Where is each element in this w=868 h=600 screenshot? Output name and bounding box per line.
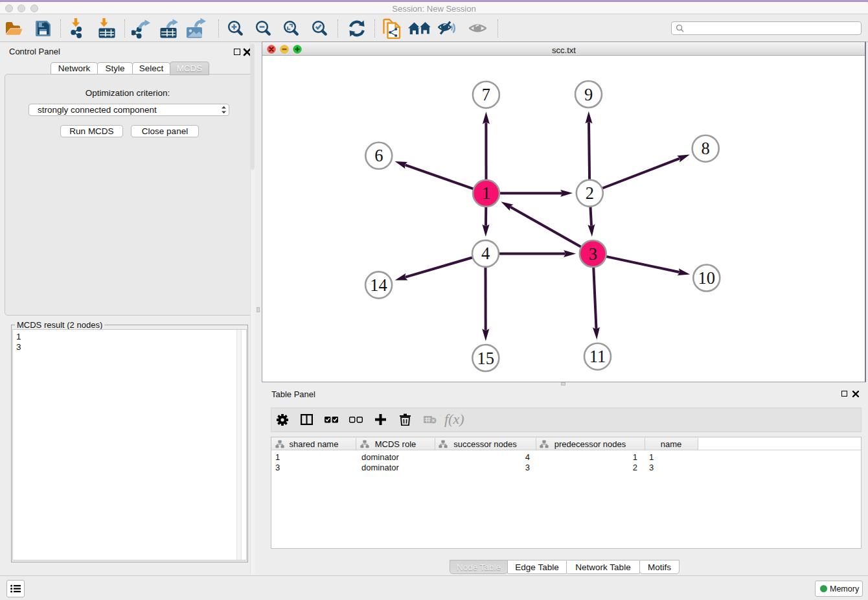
svg-text:14: 14 [370,275,387,294]
svg-text:8: 8 [702,139,710,158]
svg-text:4: 4 [481,244,490,263]
svg-text:9: 9 [584,84,593,104]
svg-text:11: 11 [589,347,606,366]
svg-text:2: 2 [586,183,594,203]
svg-text:10: 10 [698,268,716,288]
svg-text:7: 7 [482,85,490,104]
svg-text:1: 1 [482,183,490,203]
svg-text:6: 6 [374,146,383,165]
svg-text:15: 15 [477,348,495,367]
svg-text:3: 3 [589,244,597,263]
